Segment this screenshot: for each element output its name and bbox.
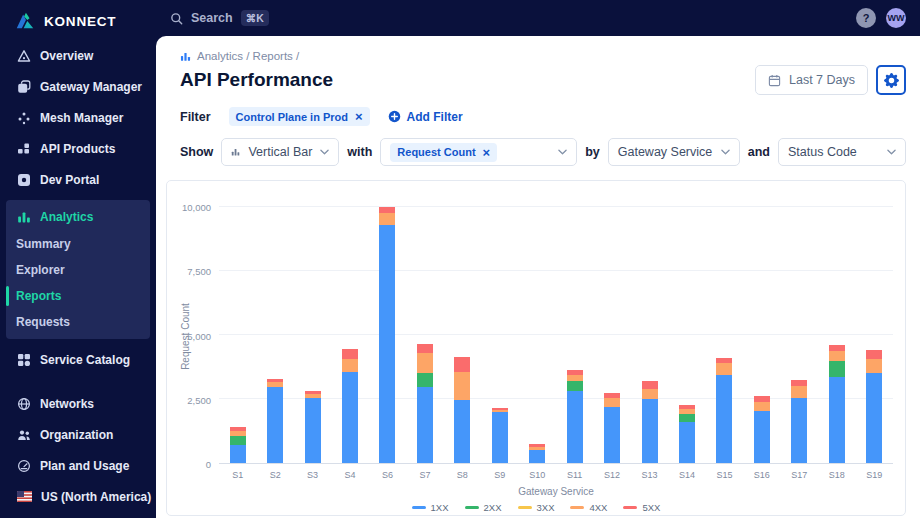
legend-item-5xx[interactable]: 5XX — [623, 502, 660, 513]
sidebar-item-label: Organization — [40, 428, 113, 442]
bar-cell — [444, 207, 481, 463]
metric-select[interactable]: Request Count × — [380, 138, 577, 166]
y-tick-label: 5,000 — [187, 330, 211, 341]
logo[interactable]: KONNECT — [0, 0, 156, 40]
add-filter-button[interactable]: Add Filter — [388, 110, 463, 124]
sidebar-item-reports[interactable]: Reports — [6, 283, 150, 309]
gateway-icon — [17, 80, 31, 94]
sidebar-item-service-catalog[interactable]: Service Catalog — [0, 344, 156, 375]
breadcrumb-analytics-icon — [180, 51, 191, 62]
sidebar-item-organization[interactable]: Organization — [0, 419, 156, 450]
sidebar-item-dev-portal[interactable]: Dev Portal — [0, 164, 156, 195]
bar-s13[interactable] — [642, 207, 658, 463]
bar-s9[interactable] — [492, 207, 508, 463]
legend-item-1xx[interactable]: 1XX — [412, 502, 449, 513]
analytics-children: SummaryExplorerReportsRequests — [6, 231, 150, 335]
bar-segment-4xx — [754, 402, 770, 411]
chip-close-icon[interactable]: × — [355, 110, 363, 123]
sidebar-item-gateway-manager[interactable]: Gateway Manager — [0, 71, 156, 102]
sidebar: KONNECT OverviewGateway ManagerMesh Mana… — [0, 0, 156, 518]
bar-s10[interactable] — [529, 207, 545, 463]
legend-item-2xx[interactable]: 2XX — [465, 502, 502, 513]
sidebar-menu-secondary: Service Catalog — [0, 344, 156, 375]
sidebar-item-mesh-manager[interactable]: Mesh Manager — [0, 102, 156, 133]
chart-type-select[interactable]: Vertical Bar — [221, 138, 339, 166]
bar-s19[interactable] — [866, 207, 882, 463]
bar-s18[interactable] — [829, 207, 845, 463]
bar-segment-4xx — [791, 386, 807, 398]
legend-item-3xx[interactable]: 3XX — [518, 502, 555, 513]
help-button[interactable]: ? — [856, 8, 876, 28]
bar-segment-1xx — [754, 411, 770, 463]
bar-s6[interactable] — [379, 207, 395, 463]
bar-segment-4xx — [379, 213, 395, 225]
sidebar-item-label: Mesh Manager — [40, 111, 123, 125]
bar-segment-1xx — [417, 387, 433, 463]
settings-button[interactable] — [876, 65, 906, 95]
sidebar-item-explorer[interactable]: Explorer — [6, 257, 150, 283]
bar-s1[interactable] — [230, 207, 246, 463]
chip-close-icon[interactable]: × — [483, 146, 491, 159]
sidebar-item-label: Networks — [40, 397, 94, 411]
bar-cell — [593, 207, 630, 463]
bar-s2[interactable] — [267, 207, 283, 463]
api-products-icon — [17, 142, 31, 156]
sidebar-item-us-north-america[interactable]: US (North America) — [0, 481, 156, 512]
bar-s7[interactable] — [417, 207, 433, 463]
sidebar-item-api-products[interactable]: API Products — [0, 133, 156, 164]
topbar-right: ? WW — [856, 8, 906, 28]
overview-icon — [17, 49, 31, 63]
group-by-value: Gateway Service — [618, 145, 712, 159]
search-input[interactable]: Search ⌘K — [170, 10, 269, 26]
bar-s17[interactable] — [791, 207, 807, 463]
bar-s4[interactable] — [342, 207, 358, 463]
bar-segment-4xx — [604, 398, 620, 407]
us-flag-icon — [17, 491, 32, 502]
second-group-value: Status Code — [788, 145, 857, 159]
bar-segment-1xx — [267, 387, 283, 463]
with-label: with — [347, 145, 372, 159]
bar-segment-2xx — [829, 361, 845, 377]
group-by-select[interactable]: Gateway Service — [608, 138, 740, 166]
sidebar-item-plan-and-usage[interactable]: Plan and Usage — [0, 450, 156, 481]
sidebar-item-summary[interactable]: Summary — [6, 231, 150, 257]
bar-segment-1xx — [305, 398, 321, 463]
x-tick-label: S12 — [593, 470, 630, 480]
bar-segment-5xx — [342, 349, 358, 359]
logo-text: KONNECT — [44, 14, 116, 29]
sidebar-item-label: Plan and Usage — [40, 459, 129, 473]
bar-cell — [406, 207, 443, 463]
bar-s14[interactable] — [679, 207, 695, 463]
calendar-icon — [768, 74, 781, 87]
sidebar-item-networks[interactable]: Networks — [0, 388, 156, 419]
filter-chip[interactable]: Control Plane in Prod × — [229, 107, 370, 126]
content: Analytics / Reports / API Performance La… — [156, 36, 920, 518]
bar-s16[interactable] — [754, 207, 770, 463]
search-label: Search — [191, 11, 233, 25]
plan-usage-icon — [17, 459, 31, 473]
sidebar-analytics-section: Analytics SummaryExplorerReportsRequests — [6, 200, 150, 339]
chevron-down-icon — [721, 149, 730, 155]
sidebar-menu-bottom: NetworksOrganizationPlan and UsageUS (No… — [0, 388, 156, 518]
sidebar-item-requests[interactable]: Requests — [6, 309, 150, 335]
bar-segment-2xx — [230, 436, 246, 445]
breadcrumb[interactable]: Analytics / Reports / — [180, 50, 906, 62]
sidebar-item-analytics[interactable]: Analytics — [6, 202, 150, 231]
bar-segment-5xx — [866, 350, 882, 359]
legend-item-4xx[interactable]: 4XX — [570, 502, 607, 513]
bar-segment-1xx — [642, 399, 658, 463]
bar-s8[interactable] — [454, 207, 470, 463]
bar-s12[interactable] — [604, 207, 620, 463]
bar-segment-1xx — [567, 391, 583, 463]
date-range-button[interactable]: Last 7 Days — [755, 65, 868, 95]
bar-segment-1xx — [529, 450, 545, 463]
avatar[interactable]: WW — [886, 8, 906, 28]
metric-chip[interactable]: Request Count × — [390, 143, 497, 162]
bar-s11[interactable] — [567, 207, 583, 463]
bar-segment-4xx — [642, 389, 658, 399]
sidebar-item-overview[interactable]: Overview — [0, 40, 156, 71]
second-group-select[interactable]: Status Code — [778, 138, 906, 166]
bar-s3[interactable] — [305, 207, 321, 463]
bar-s15[interactable] — [716, 207, 732, 463]
filter-row: Filter Control Plane in Prod × Add Filte… — [180, 107, 906, 126]
